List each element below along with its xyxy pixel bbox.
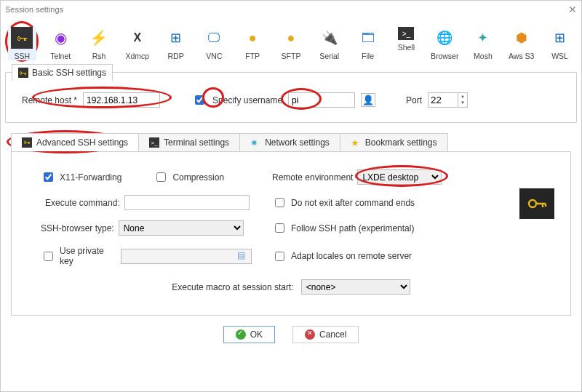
cancel-icon bbox=[305, 329, 315, 340]
rsh-icon: ⚡ bbox=[88, 27, 110, 49]
macro-label: Execute macro at session start: bbox=[172, 282, 293, 292]
no-exit-checkbox[interactable] bbox=[275, 198, 284, 207]
proto-xdmcp[interactable]: XXdmcp bbox=[123, 27, 151, 60]
user-picker-icon[interactable]: 👤 bbox=[361, 93, 375, 107]
shell-icon: >_ bbox=[398, 27, 414, 40]
proto-file[interactable]: 🗔File bbox=[354, 27, 382, 60]
svg-point-0 bbox=[529, 200, 536, 207]
execute-cmd-label: Execute command: bbox=[45, 198, 120, 208]
vnc-icon: 🖵 bbox=[203, 27, 225, 49]
tab-bookmark[interactable]: ★ Bookmark settings bbox=[340, 133, 448, 151]
specify-username-label: Specify username bbox=[212, 95, 282, 105]
port-down-icon[interactable]: ▼ bbox=[458, 100, 467, 106]
window-title: Session settings bbox=[5, 5, 63, 14]
private-key-input bbox=[121, 249, 252, 264]
wrench-icon: 🗝 bbox=[18, 68, 28, 78]
ssh-browser-label: SSH-browser type: bbox=[41, 223, 114, 233]
wrench-icon: 🗝 bbox=[22, 137, 32, 148]
proto-browser[interactable]: 🌐Browser bbox=[431, 27, 459, 60]
proto-wsl[interactable]: ⊞WSL bbox=[546, 27, 574, 60]
tab-terminal[interactable]: >_ Terminal settings bbox=[138, 133, 240, 151]
proto-serial[interactable]: 🔌Serial bbox=[315, 27, 343, 60]
ok-button[interactable]: OK bbox=[223, 326, 275, 343]
follow-path-checkbox[interactable] bbox=[275, 223, 284, 233]
username-input[interactable] bbox=[288, 92, 355, 108]
private-key-label: Use private key bbox=[60, 246, 116, 266]
advanced-ssh-body: X11-Forwarding Compression Remote enviro… bbox=[11, 152, 571, 316]
settings-tabs: 🗝 Advanced SSH settings >_ Terminal sett… bbox=[11, 133, 571, 152]
remote-host-label: Remote host * bbox=[22, 95, 77, 105]
browser-icon: 🌐 bbox=[434, 27, 455, 49]
proto-telnet[interactable]: ◉Telnet bbox=[47, 27, 75, 60]
telnet-icon: ◉ bbox=[49, 27, 71, 49]
ssh-icon: 🗝 bbox=[11, 27, 33, 49]
remote-env-select[interactable]: LXDE desktop bbox=[357, 169, 442, 185]
proto-mosh[interactable]: ✦Mosh bbox=[469, 27, 498, 60]
x11-label: X11-Forwarding bbox=[60, 172, 121, 183]
proto-ftp[interactable]: ●FTP bbox=[239, 27, 267, 60]
key-auth-icon[interactable] bbox=[519, 188, 554, 219]
execute-cmd-input[interactable] bbox=[124, 195, 250, 210]
xdmcp-icon: X bbox=[127, 27, 148, 49]
adapt-locales-label: Adapt locales on remote server bbox=[291, 251, 412, 261]
proto-rdp[interactable]: ⊞RDP bbox=[162, 27, 190, 60]
tab-advanced-ssh[interactable]: 🗝 Advanced SSH settings bbox=[11, 133, 139, 151]
compression-label: Compression bbox=[172, 172, 224, 183]
proto-vnc[interactable]: 🖵VNC bbox=[200, 27, 228, 60]
file-icon: 🗔 bbox=[357, 27, 379, 49]
adapt-locales-checkbox[interactable] bbox=[275, 252, 284, 261]
terminal-icon: >_ bbox=[149, 137, 159, 148]
protocol-bar: 🗝 SSH ◉Telnet ⚡Rsh XXdmcp ⊞RDP 🖵VNC ●FTP… bbox=[5, 23, 577, 68]
rdp-icon: ⊞ bbox=[165, 27, 187, 49]
proto-label: SSH bbox=[8, 52, 36, 60]
serial-icon: 🔌 bbox=[319, 27, 340, 49]
no-exit-label: Do not exit after command ends bbox=[291, 198, 415, 208]
mosh-icon: ✦ bbox=[472, 27, 494, 49]
wsl-icon: ⊞ bbox=[549, 27, 571, 49]
port-up-icon[interactable]: ▲ bbox=[458, 93, 467, 100]
port-label: Port bbox=[406, 95, 422, 105]
specify-username-checkbox[interactable] bbox=[195, 95, 204, 105]
network-icon: ✷ bbox=[250, 137, 260, 148]
tab-network[interactable]: ✷ Network settings bbox=[239, 133, 340, 151]
aws-icon: ⬢ bbox=[511, 27, 533, 49]
cancel-button[interactable]: Cancel bbox=[292, 326, 359, 343]
star-icon: ★ bbox=[351, 137, 361, 148]
proto-rsh[interactable]: ⚡Rsh bbox=[85, 27, 113, 60]
basic-ssh-panel: 🗝 Basic SSH settings Remote host * Speci… bbox=[5, 72, 577, 123]
proto-awss3[interactable]: ⬢Aws S3 bbox=[507, 27, 535, 60]
macro-select[interactable]: <none> bbox=[301, 279, 410, 295]
ssh-browser-select[interactable]: None bbox=[119, 220, 244, 236]
compression-checkbox[interactable] bbox=[156, 172, 166, 182]
ftp-icon: ● bbox=[242, 27, 263, 49]
remote-env-label: Remote environment bbox=[272, 172, 353, 183]
sftp-icon: ● bbox=[280, 27, 302, 49]
proto-sftp[interactable]: ●SFTP bbox=[277, 27, 306, 60]
port-input[interactable]: ▲▼ bbox=[428, 92, 468, 108]
browse-key-icon[interactable]: ▤ bbox=[237, 250, 249, 262]
follow-path-label: Follow SSH path (experimental) bbox=[291, 223, 414, 233]
ok-icon bbox=[236, 329, 246, 340]
private-key-checkbox[interactable] bbox=[44, 252, 53, 261]
x11-checkbox[interactable] bbox=[44, 172, 53, 182]
close-icon[interactable]: ✕ bbox=[568, 4, 577, 15]
proto-shell[interactable]: >_Shell bbox=[392, 27, 420, 52]
remote-host-input[interactable] bbox=[83, 92, 160, 108]
basic-tab-header: 🗝 Basic SSH settings bbox=[12, 64, 113, 81]
proto-ssh[interactable]: 🗝 SSH bbox=[8, 27, 36, 60]
